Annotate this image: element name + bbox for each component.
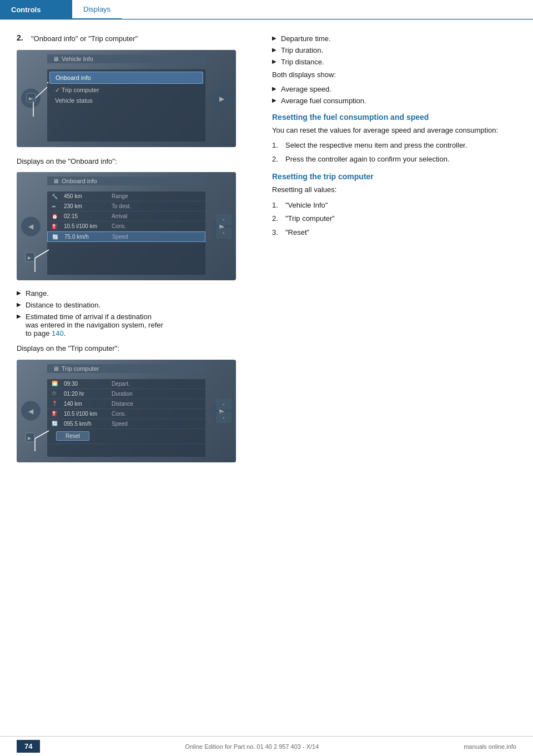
icon-range: 🔧 — [52, 194, 61, 199]
main-content: 2. "Onboard info" or "Trip computer" ◀ ▶… — [0, 20, 533, 485]
screen2-icon: 🖥 — [53, 178, 59, 184]
trip-step-3-num: 3. — [272, 227, 281, 238]
callout-svg-1: ▶ — [22, 61, 50, 117]
trip-step-3: 3. "Reset" — [272, 227, 516, 238]
data-row-todest: ➡ 230 km To dest. — [47, 201, 205, 211]
data-row-arrival: ⏰ 02:15 Arrival — [47, 211, 205, 221]
arrow-range: ▶ — [17, 290, 21, 296]
trip-step-2-text: "Trip computer" — [285, 213, 335, 224]
nav-left-btn-3[interactable]: ◀ — [21, 401, 41, 421]
fuel-step-1: 1. Select the respective menu item and p… — [272, 140, 516, 151]
footer-center-text: Online Edition for Part no. 01 40 2 957 … — [40, 743, 464, 750]
nav-right-btn-1[interactable]: ▶ — [212, 89, 232, 108]
page-header: Controls Displays — [0, 0, 533, 20]
callout-svg-3: ▶ — [21, 426, 52, 451]
panel-buttons-2: ▪ ▪ — [216, 214, 232, 239]
bullet-tripdistance: ▶ Trip distance. — [272, 58, 516, 66]
page-link-140[interactable]: 140 — [52, 329, 64, 337]
screen-vehicle-info: ◀ ▶ 🖥 Vehicle Info Onboard info ✓ Trip c… — [17, 50, 236, 147]
bullet-departure: ▶ Departure time. — [272, 34, 516, 43]
panel-btn-3-top: ▪ — [216, 399, 232, 410]
fuel-step-2-num: 2. — [272, 154, 281, 165]
screen3-titlebar: 🖥 Trip computer — [47, 364, 205, 373]
page-footer: 74 Online Edition for Part no. 01 40 2 9… — [0, 736, 533, 756]
svg-text:▶: ▶ — [29, 96, 33, 101]
section-trip-heading: Resetting the trip computer — [272, 172, 516, 181]
step-2: 2. "Onboard info" or "Trip computer" — [17, 33, 250, 44]
icon-speed: 🔄 — [52, 234, 61, 240]
data-row-speed3: 🔄 095.5 km/h Speed — [47, 419, 205, 429]
icon-cons3: ⛽ — [52, 411, 61, 416]
panel-buttons-3: ▪ ▪ — [216, 399, 232, 423]
arrow-estimated: ▶ — [17, 313, 21, 319]
data-row-reset-btn: Reset — [47, 429, 205, 444]
screen2-data-rows: 🔧 450 km Range ➡ 230 km To dest. ⏰ 02:15… — [47, 191, 205, 275]
screen1-icon: 🖥 — [53, 56, 59, 62]
mock-screen-2: ◀ ▶ 🖥 Onboard info 🔧 450 km Range ➡ 230 … — [17, 172, 236, 280]
data-row-duration: ⏱ 01:20 hr Duration — [47, 389, 205, 399]
menu-item-vehicle: Vehicle status — [49, 95, 203, 105]
data-row-depart: 🌅 09:30 Depart. — [47, 379, 205, 389]
nav-left-btn-2[interactable]: ◀ — [21, 216, 41, 236]
screen-onboard-info: ◀ ▶ 🖥 Onboard info 🔧 450 km Range ➡ 230 … — [17, 172, 236, 280]
right-column: ▶ Departure time. ▶ Trip duration. ▶ Tri… — [272, 33, 516, 471]
tab-displays[interactable]: Displays — [72, 0, 122, 19]
left-column: 2. "Onboard info" or "Trip computer" ◀ ▶… — [17, 33, 250, 471]
icon-cons: ⛽ — [52, 224, 61, 229]
svg-line-4 — [35, 250, 49, 258]
trip-step-1: 1. "Vehicle Info" — [272, 200, 516, 211]
bullet-avgfuel: ▶ Average fuel consumption. — [272, 97, 516, 105]
screen3-icon: 🖥 — [53, 365, 59, 372]
fuel-step-2-text: Press the controller again to confirm yo… — [285, 154, 450, 165]
bullet-distance: ▶ Distance to destination. — [17, 301, 250, 309]
data-row-cons: ⛽ 10.5 l/100 km Cons. — [47, 221, 205, 231]
bullet-tripdistance-text: Trip distance. — [281, 58, 324, 66]
bullet-avgfuel-text: Average fuel consumption. — [281, 97, 366, 105]
panel-btn-3-bot: ▪ — [216, 412, 232, 423]
section-fuel-heading: Resetting the fuel consumption and speed — [272, 113, 516, 122]
data-row-distance: 📍 140 km Distance — [47, 399, 205, 409]
icon-duration: ⏱ — [52, 391, 61, 396]
bullet-tripduration-text: Trip duration. — [281, 46, 323, 54]
fuel-step-1-num: 1. — [272, 140, 281, 151]
mock-screen-3: ◀ ▶ 🖥 Trip computer 🌅 09:30 Depart. ⏱ 01… — [17, 360, 236, 462]
screen2-title: Onboard info — [62, 178, 97, 184]
icon-arrival: ⏰ — [52, 214, 61, 219]
section-trip-body: Resetting all values: — [272, 184, 516, 195]
section-fuel-body: You can reset the values for average spe… — [272, 125, 516, 136]
tab-controls[interactable]: Controls — [0, 0, 72, 19]
svg-line-8 — [35, 431, 49, 439]
fuel-step-1-text: Select the respective menu item and pres… — [285, 140, 467, 151]
panel-btn-bot: ▪ — [216, 228, 232, 239]
bullet-departure-text: Departure time. — [281, 34, 331, 43]
both-displays-label: Both displays show: — [272, 69, 516, 80]
arrow-departure: ▶ — [272, 35, 276, 41]
icon-todest: ➡ — [52, 204, 61, 209]
screen3-title: Trip computer — [62, 365, 99, 372]
bullet-range: ▶ Range. — [17, 289, 250, 298]
bullet-tripduration: ▶ Trip duration. — [272, 46, 516, 54]
arrow-avgfuel: ▶ — [272, 97, 276, 103]
data-row-speed: 🔄 75.0 km/h Speed — [47, 231, 205, 242]
arrow-distance: ▶ — [17, 301, 21, 308]
trip-step-1-text: "Vehicle Info" — [285, 200, 328, 211]
trip-step-2: 2. "Trip computer" — [272, 213, 516, 224]
screen-trip-computer: ◀ ▶ 🖥 Trip computer 🌅 09:30 Depart. ⏱ 01… — [17, 360, 236, 462]
arrow-tripdistance: ▶ — [272, 58, 276, 64]
footer-page-number: 74 — [17, 740, 40, 753]
displays-onboard-label: Displays on the "Onboard info": — [17, 156, 250, 167]
arrow-avgspeed: ▶ — [272, 85, 276, 92]
arrow-tripduration: ▶ — [272, 47, 276, 53]
icon-distance: 📍 — [52, 401, 61, 406]
mock-screen-1: ◀ ▶ 🖥 Vehicle Info Onboard info ✓ Trip c… — [17, 50, 236, 147]
callout-svg-2: ▶ — [21, 244, 52, 272]
panel-btn-top: ▪ — [216, 214, 232, 225]
svg-text:▶: ▶ — [28, 436, 32, 441]
bullet-avgspeed: ▶ Average speed. — [272, 85, 516, 93]
screen1-title: Vehicle Info — [62, 56, 93, 62]
data-row-cons3: ⛽ 10.5 l/100 km Cons. — [47, 409, 205, 419]
bullet-avgspeed-text: Average speed. — [281, 85, 331, 93]
menu-item-onboard: Onboard info — [49, 72, 203, 84]
icon-depart: 🌅 — [52, 381, 61, 386]
step-2-text: "Onboard info" or "Trip computer" — [31, 33, 138, 44]
